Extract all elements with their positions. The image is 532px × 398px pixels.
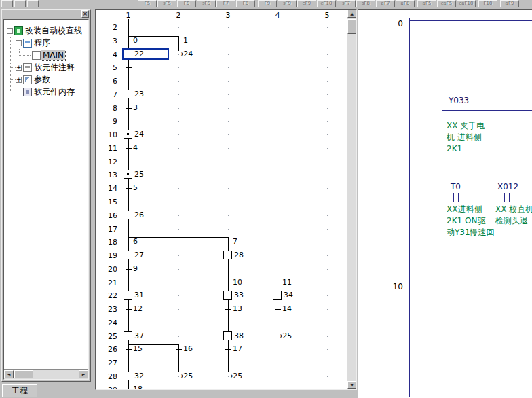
sfc-step-box[interactable] [223, 251, 232, 259]
toolbar-button-caf10[interactable]: caF10 [457, 0, 476, 7]
tree-item-5[interactable]: 软元件内存 [4, 86, 88, 98]
toolbar-button-sf8[interactable]: sF8 [356, 0, 375, 7]
sfc-vscrollbar[interactable]: ▲ ▼ [347, 10, 356, 389]
toolbar-button-f7[interactable]: F7 [216, 0, 235, 7]
toolbar-button-sf5[interactable]: sF5 [157, 0, 176, 7]
sfc-flow-line [178, 36, 179, 51]
sfc-step-box[interactable] [124, 331, 132, 340]
sfc-step-box[interactable] [124, 291, 132, 300]
toolbar-button[interactable] [1, 0, 13, 7]
toolbar-button-af5[interactable]: aF5 [417, 0, 436, 7]
sfc-grid-dot [327, 295, 328, 296]
sfc-transition-number: 15 [133, 344, 151, 353]
sfc-step-box[interactable] [124, 90, 132, 98]
sfc-grid-dot [278, 162, 278, 162]
sfc-column-header: 2 [173, 11, 184, 19]
tree-expander-icon[interactable]: + [16, 77, 22, 83]
sfc-transition-number: 4 [133, 143, 151, 152]
memory-icon [23, 88, 32, 96]
toolbar-button[interactable] [14, 0, 26, 7]
sfc-grid-dot [178, 134, 179, 135]
scroll-up-icon[interactable]: ▲ [347, 10, 356, 18]
tree-item-main[interactable]: MAIN [4, 50, 88, 61]
sfc-step-box[interactable] [273, 291, 282, 300]
param-icon [23, 75, 32, 84]
tree-item-4[interactable]: +参数 [4, 74, 88, 86]
sfc-step-box[interactable] [124, 211, 132, 219]
toolbar-button-cf10[interactable]: cF10 [317, 0, 336, 7]
sfc-jump-arrow[interactable]: →25 [227, 372, 254, 380]
tab-project[interactable]: 工程 [2, 384, 37, 397]
toolbar-button-f9[interactable]: F9 [258, 0, 277, 7]
sfc-row-header: 8 [102, 104, 117, 112]
toolbar-button-af8[interactable]: aF8 [396, 0, 415, 7]
scroll-down-icon[interactable]: ▼ [347, 381, 356, 389]
tree-expander-icon[interactable]: - [16, 40, 22, 46]
toolbar-button[interactable] [27, 0, 39, 7]
toolbar-button-sf7[interactable]: sF7 [337, 0, 356, 7]
sfc-canvas[interactable]: 2345678910111213141516171819202122232425… [96, 10, 347, 389]
ladder-editor-window: 010Y033T0X012XX 夹手电机 进料侧2K1XX进料侧2K1 ON驱动… [358, 9, 532, 398]
sfc-grid-dot [327, 376, 328, 377]
tree-item-label: 程序 [33, 38, 52, 48]
sfc-grid-dot [278, 229, 278, 230]
ladder-line [453, 193, 454, 202]
tree-item-0[interactable]: -改装自动校直线 [4, 25, 88, 37]
sfc-step-box[interactable] [124, 372, 132, 380]
sfc-transition-number: 14 [282, 304, 300, 313]
tree-item-3[interactable]: +软元件注释 [4, 62, 88, 73]
sfc-transition-tick [176, 349, 182, 350]
sfc-grid-dot [278, 134, 278, 135]
sfc-step-box[interactable] [124, 130, 132, 139]
sfc-grid-dot [327, 134, 328, 135]
sfc-row-header: 3 [102, 37, 117, 45]
toolbar-button-af9[interactable]: aF9 [500, 0, 519, 7]
sfc-jump-arrow[interactable]: →25 [177, 372, 204, 380]
sfc-transition-number: 18 [133, 385, 151, 389]
program-icon [23, 39, 32, 48]
sfc-jump-arrow[interactable]: →25 [276, 331, 303, 340]
tree-item-1[interactable]: -程序 [4, 37, 88, 49]
sfc-grid-dot [327, 229, 328, 230]
sfc-grid-dot [327, 94, 328, 95]
main-icon [32, 51, 41, 60]
tree-expander-icon[interactable]: - [7, 28, 13, 34]
ladder-canvas[interactable]: 010Y033T0X012XX 夹手电机 进料侧2K1XX进料侧2K1 ON驱动… [358, 10, 532, 398]
sfc-grid-dot [228, 67, 229, 68]
project-panel-titlebar[interactable]: × [3, 10, 90, 18]
close-icon[interactable]: × [81, 10, 89, 18]
toolbar-button-sf6[interactable]: sF6 [197, 0, 216, 7]
sfc-column-header: 4 [272, 11, 283, 19]
toolbar-button-f6[interactable]: F6 [177, 0, 196, 7]
toolbar-button-f8[interactable]: F8 [236, 0, 255, 7]
sfc-step-box[interactable] [223, 331, 232, 340]
sfc-transition-tick [176, 41, 182, 41]
sfc-grid-dot [178, 295, 179, 296]
toolbar-button-f5[interactable]: F5 [138, 0, 157, 7]
sfc-transition-tick [126, 269, 132, 270]
sfc-transition-tick [275, 283, 281, 283]
sfc-step-box[interactable] [223, 291, 232, 300]
sfc-grid-dot [327, 269, 328, 270]
sfc-step-box[interactable] [124, 170, 132, 179]
toolbar-button-caf5[interactable]: caF5 [437, 0, 456, 7]
toolbar-button-cf9[interactable]: cF9 [297, 0, 316, 7]
sfc-grid-dot [228, 215, 229, 216]
ladder-device-label: Y033 [449, 96, 469, 105]
scroll-left-icon[interactable]: ◄ [4, 370, 14, 378]
tree-expander-icon[interactable]: + [16, 65, 22, 71]
sfc-row-header: 5 [102, 63, 117, 71]
scroll-right-icon[interactable]: ► [79, 370, 88, 378]
toolbar-button-af7[interactable]: aF7 [376, 0, 395, 7]
sfc-grid-dot [327, 283, 328, 283]
vscrollbar-thumb[interactable] [347, 19, 356, 34]
sfc-step-box[interactable] [124, 251, 132, 259]
toolbar-button-sf9[interactable]: sF9 [278, 0, 297, 7]
toolbar-button-f10[interactable]: F10 [478, 0, 497, 7]
sfc-jump-arrow[interactable]: →24 [177, 50, 204, 58]
hscrollbar-thumb[interactable] [14, 370, 33, 378]
sfc-grid-dot [228, 81, 229, 82]
project-tree-hscrollbar[interactable]: ◄ ► [4, 369, 88, 379]
tree-item-label: 软元件内存 [33, 87, 76, 97]
sfc-row-header: 19 [102, 251, 117, 259]
